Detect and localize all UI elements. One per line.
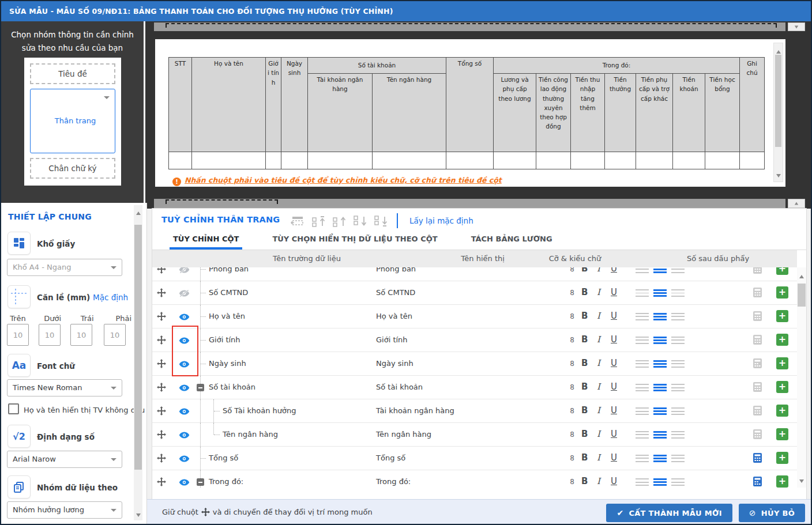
bold-button[interactable]: B: [581, 429, 588, 439]
cancel-button[interactable]: ⊘ HỦY BỎ: [739, 504, 805, 522]
align-left-icon[interactable]: [636, 313, 649, 320]
font-size-value[interactable]: 8: [565, 383, 574, 391]
outer-scroll-up-button[interactable]: [788, 199, 805, 208]
rows-scrollbar[interactable]: [797, 267, 806, 488]
add-column-button[interactable]: +: [776, 381, 788, 393]
bold-button[interactable]: B: [581, 334, 588, 345]
preview-col-bank-account[interactable]: Tài khoản ngân hàng: [308, 74, 373, 152]
underline-button[interactable]: U: [611, 405, 617, 416]
font-select[interactable]: Times New Roman: [7, 379, 122, 396]
italic-button[interactable]: I: [597, 429, 600, 439]
align-center-icon[interactable]: [653, 407, 667, 415]
drag-handle-icon[interactable]: [157, 383, 167, 392]
visibility-on-icon[interactable]: [179, 430, 190, 439]
align-right-icon[interactable]: [671, 455, 685, 462]
tab-split-payroll[interactable]: TÁCH BẢNG LƯƠNG: [468, 231, 556, 250]
margin-top-input[interactable]: [7, 324, 29, 346]
save-template-button[interactable]: ✔ CẤT THÀNH MẪU MỚI: [606, 504, 732, 522]
align-left-icon[interactable]: [636, 337, 649, 344]
move-row-up-icon[interactable]: [332, 216, 346, 227]
align-left-icon[interactable]: [636, 267, 649, 273]
move-row-top-icon[interactable]: [311, 216, 325, 227]
calculator-icon[interactable]: [753, 288, 762, 297]
visibility-on-icon[interactable]: [179, 383, 190, 391]
drag-handle-icon[interactable]: [157, 359, 167, 368]
margins-default-link[interactable]: Mặc định: [93, 293, 128, 302]
reset-default-link[interactable]: Lấy lại mặc định: [409, 216, 473, 225]
italic-button[interactable]: I: [597, 311, 600, 321]
bold-button[interactable]: B: [581, 358, 588, 368]
underline-button[interactable]: U: [611, 287, 617, 297]
align-center-icon[interactable]: [653, 289, 667, 297]
font-size-value[interactable]: 8: [565, 360, 574, 368]
preview-col-name[interactable]: Họ và tên: [192, 58, 266, 152]
preview-col-account-group[interactable]: Số tài khoản: [308, 58, 446, 74]
margin-right-input[interactable]: [104, 324, 126, 346]
visibility-on-icon[interactable]: [179, 336, 190, 344]
align-center-icon[interactable]: [653, 337, 667, 344]
visibility-on-icon[interactable]: [179, 312, 190, 320]
collapse-node-icon[interactable]: [197, 478, 204, 486]
underline-button[interactable]: U: [611, 267, 617, 274]
bold-button[interactable]: B: [581, 382, 588, 392]
font-size-value[interactable]: 8: [565, 289, 574, 297]
drag-handle-icon[interactable]: [157, 430, 167, 439]
align-right-icon[interactable]: [671, 384, 685, 391]
add-column-button[interactable]: +: [776, 334, 788, 346]
underline-button[interactable]: U: [611, 311, 617, 321]
group-by-select[interactable]: Nhóm hưởng lương: [7, 501, 122, 519]
preview-col-salary[interactable]: Lương và phụ cấp theo lương: [494, 74, 536, 152]
align-left-icon[interactable]: [636, 384, 649, 391]
italic-button[interactable]: I: [597, 476, 600, 486]
align-center-icon[interactable]: [653, 431, 667, 439]
align-right-icon[interactable]: [671, 360, 685, 368]
preview-col-stt[interactable]: STT: [169, 58, 192, 152]
drag-handle-icon[interactable]: [157, 288, 167, 297]
align-center-icon[interactable]: [653, 455, 667, 462]
preview-scrollbar-thumb[interactable]: [775, 55, 781, 147]
sidebar-scrollbar[interactable]: [134, 205, 142, 520]
preview-col-total[interactable]: Tổng số: [446, 58, 494, 152]
align-center-icon[interactable]: [653, 267, 667, 273]
align-right-icon[interactable]: [671, 289, 685, 297]
italic-button[interactable]: I: [597, 358, 600, 368]
drag-handle-icon[interactable]: [157, 267, 167, 274]
tab-customize-columns[interactable]: TÙY CHỈNH CỘT: [170, 231, 242, 250]
align-right-icon[interactable]: [671, 407, 685, 415]
calculator-icon[interactable]: [753, 406, 762, 416]
font-size-value[interactable]: 8: [565, 336, 574, 344]
bold-button[interactable]: B: [581, 405, 588, 416]
align-left-icon[interactable]: [636, 455, 649, 462]
collapse-node-icon[interactable]: [197, 384, 204, 391]
font-size-value[interactable]: 8: [565, 430, 574, 439]
align-left-icon[interactable]: [636, 478, 649, 486]
preview-col-other-allowance[interactable]: Tiền phụ cấp và trợ cấp khác: [636, 74, 673, 152]
outer-scroll-down-button[interactable]: [788, 22, 805, 31]
preview-col-note[interactable]: Ghi chú: [740, 58, 765, 152]
align-right-icon[interactable]: [671, 337, 685, 344]
preview-col-bank-name[interactable]: Tên ngân hàng: [373, 74, 446, 152]
align-left-icon[interactable]: [636, 407, 649, 415]
sidebar-scrollbar-thumb[interactable]: [134, 225, 142, 470]
add-column-button[interactable]: +: [776, 405, 788, 417]
align-right-icon[interactable]: [671, 478, 685, 486]
font-size-value[interactable]: 8: [565, 478, 574, 486]
align-center-icon[interactable]: [653, 478, 667, 486]
preview-col-bonus[interactable]: Tiền thưởng: [605, 74, 636, 152]
add-column-button[interactable]: +: [776, 357, 788, 369]
section-button-header[interactable]: Tiêu đề: [30, 63, 115, 84]
align-right-icon[interactable]: [671, 313, 685, 320]
no-diacritics-checkbox[interactable]: [8, 403, 19, 414]
italic-button[interactable]: I: [597, 287, 600, 297]
bold-button[interactable]: B: [581, 452, 588, 463]
move-row-down-icon[interactable]: [353, 216, 367, 227]
add-column-button[interactable]: +: [776, 475, 788, 488]
add-column-button[interactable]: +: [776, 267, 788, 275]
visibility-off-icon[interactable]: [179, 289, 190, 297]
calculator-icon[interactable]: [753, 382, 762, 392]
align-left-icon[interactable]: [636, 289, 649, 297]
number-format-select[interactable]: Arial Narow: [7, 451, 122, 468]
calculator-icon[interactable]: [753, 429, 762, 439]
visibility-off-icon[interactable]: [179, 267, 190, 273]
preview-col-gender[interactable]: Giới tính: [266, 58, 281, 152]
